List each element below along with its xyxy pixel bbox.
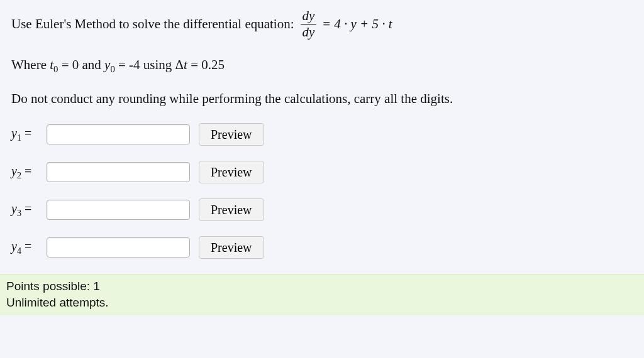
instructions: Do not conduct any rounding while perfor… <box>11 91 633 107</box>
footer: Points possible: 1 Unlimited attempts. <box>0 274 644 315</box>
cond-mid2: = -4 using Δ <box>115 57 184 72</box>
fraction-dy-dy: dy dy <box>301 9 317 40</box>
equals-sign: = <box>323 16 330 32</box>
answer-row-y2: y2 = Preview <box>11 161 633 183</box>
answer-label-y3: y3 = <box>11 202 38 219</box>
answer-label-y4: y4 = <box>11 239 38 256</box>
answer-label-y2: y2 = <box>11 164 38 181</box>
cond-a: Where <box>11 57 50 72</box>
equation-rhs: 4 · y + 5 · t <box>334 16 392 32</box>
problem-statement: Use Euler's Method to solve the differen… <box>11 9 633 40</box>
preview-button-y2[interactable]: Preview <box>199 161 264 183</box>
question-body: Use Euler's Method to solve the differen… <box>0 0 644 259</box>
answer-input-y2[interactable] <box>47 162 190 182</box>
preview-button-y1[interactable]: Preview <box>199 123 264 146</box>
var-y: y <box>104 57 110 72</box>
fraction-numerator: dy <box>301 9 317 24</box>
answer-label-y1: y1 = <box>11 126 38 143</box>
fraction-denominator: dy <box>301 24 317 40</box>
answer-input-y3[interactable] <box>47 200 190 220</box>
answer-row-y3: y3 = Preview <box>11 198 633 221</box>
answers-container: y1 = Previewy2 = Previewy3 = Previewy4 =… <box>11 123 633 259</box>
points-possible: Points possible: 1 <box>6 278 638 295</box>
sub-y0: 0 <box>110 64 114 74</box>
answer-row-y1: y1 = Preview <box>11 123 633 146</box>
answer-input-y1[interactable] <box>47 124 190 144</box>
initial-conditions: Where t0 = 0 and y0 = -4 using Δt = 0.25 <box>11 57 633 75</box>
cond-tail: = 0.25 <box>187 57 225 72</box>
answer-row-y4: y4 = Preview <box>11 236 633 259</box>
cond-mid1: = 0 and <box>58 57 104 72</box>
answer-input-y4[interactable] <box>47 237 190 258</box>
prompt-text: Use Euler's Method to solve the differen… <box>11 16 294 32</box>
preview-button-y4[interactable]: Preview <box>199 236 264 259</box>
preview-button-y3[interactable]: Preview <box>199 198 264 221</box>
attempts: Unlimited attempts. <box>6 295 638 311</box>
